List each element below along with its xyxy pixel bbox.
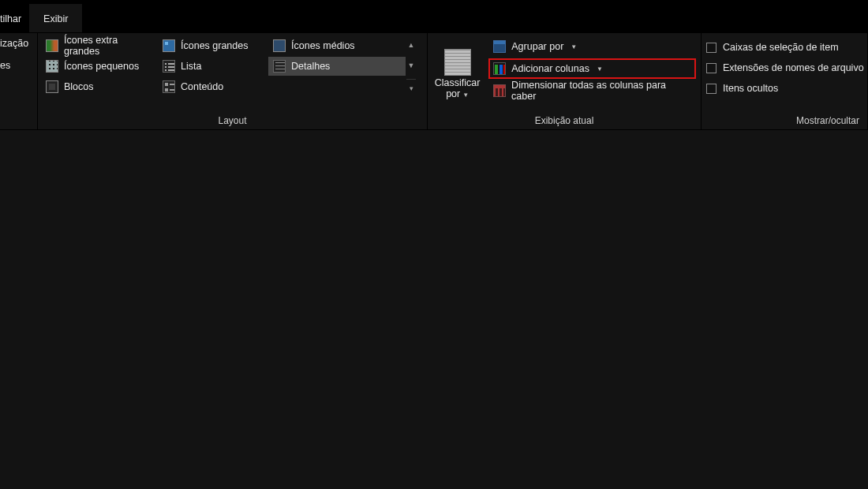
sort-by-label-1: Classificar <box>435 77 481 88</box>
view-tiles[interactable]: Blocos <box>41 77 158 96</box>
ribbon-tabstrip: tilhar Exibir <box>0 0 868 33</box>
extra-large-icons-icon <box>46 39 58 52</box>
tiles-icon <box>46 80 58 93</box>
sort-by-button[interactable]: Classificar por▼ <box>432 36 482 112</box>
chevron-down-icon: ▼ <box>597 65 603 73</box>
checkbox-file-extensions[interactable]: Extensões de nomes de arquivo <box>706 58 867 77</box>
checkbox-icon <box>706 63 716 73</box>
size-all-columns-button[interactable]: Dimensionar todas as colunas para caber <box>488 80 696 101</box>
view-details[interactable]: Detalhes <box>268 57 406 76</box>
details-icon <box>273 60 286 73</box>
small-icons-icon <box>46 60 58 73</box>
label: Detalhes <box>291 61 330 72</box>
label: Ícones extra grandes <box>64 35 153 57</box>
group-current-view: Classificar por▼ Agrupar por ▼ Adicionar… <box>428 33 702 129</box>
add-columns-button[interactable]: Adicionar colunas ▼ <box>488 58 696 79</box>
panes-fragment-2[interactable]: es <box>0 60 34 71</box>
view-medium-icons[interactable]: Ícones médios <box>268 36 406 55</box>
medium-icons-icon <box>273 39 286 52</box>
label: Ícones grandes <box>181 40 248 51</box>
tab-compartilhar-fragment[interactable]: tilhar <box>0 4 29 32</box>
list-icon <box>163 60 175 73</box>
label: Agrupar por <box>511 41 563 52</box>
checkbox-icon <box>706 43 716 53</box>
layout-gallery-scroll: ▲ ▼ ▾ <box>406 36 417 98</box>
view-large-icons[interactable]: Ícones grandes <box>158 36 268 55</box>
view-content[interactable]: Conteúdo <box>158 77 268 96</box>
content-area[interactable] <box>0 130 868 489</box>
add-columns-icon <box>493 62 506 75</box>
label: Itens ocultos <box>723 83 778 94</box>
content-icon <box>163 80 175 93</box>
chevron-down-icon: ▼ <box>571 43 577 50</box>
label: Dimensionar todas as colunas para caber <box>511 80 691 102</box>
group-layout-label: Layout <box>38 112 427 129</box>
group-show-hide: Caixas de seleção de item Extensões de n… <box>702 33 868 129</box>
group-layout: Ícones extra grandes Ícones grandes Ícon… <box>38 33 428 129</box>
label: Ícones médios <box>291 40 355 51</box>
label: Ícones pequenos <box>64 61 139 72</box>
group-panes: ização es <box>0 33 38 129</box>
group-current-view-label: Exibição atual <box>428 112 701 129</box>
checkbox-hidden-items[interactable]: Itens ocultos <box>706 79 867 98</box>
size-columns-icon <box>493 84 506 97</box>
sort-by-label-2: por <box>446 88 460 99</box>
label: Conteúdo <box>181 81 223 92</box>
label: Adicionar colunas <box>511 63 589 74</box>
group-by-button[interactable]: Agrupar por ▼ <box>488 36 696 57</box>
group-panes-label <box>0 112 37 129</box>
group-by-icon <box>493 40 506 53</box>
group-show-hide-label: Mostrar/ocultar <box>702 112 867 129</box>
view-extra-large-icons[interactable]: Ícones extra grandes <box>41 36 158 55</box>
layout-scroll-up[interactable]: ▲ <box>406 38 416 52</box>
large-icons-icon <box>163 39 175 52</box>
label: Blocos <box>64 81 94 92</box>
ribbon: ização es Ícones extra grandes Ícones gr… <box>0 33 868 130</box>
checkbox-item-checkboxes[interactable]: Caixas de seleção de item <box>706 38 867 57</box>
view-list[interactable]: Lista <box>158 57 268 76</box>
label: Extensões de nomes de arquivo <box>723 62 864 73</box>
panes-fragment-1[interactable]: ização <box>0 38 34 49</box>
label: Lista <box>181 61 201 72</box>
view-small-icons[interactable]: Ícones pequenos <box>41 57 158 76</box>
sort-icon <box>444 49 471 76</box>
layout-scroll-down[interactable]: ▼ <box>406 58 416 73</box>
checkbox-icon <box>706 84 716 94</box>
label: Caixas de seleção de item <box>723 42 839 53</box>
tab-exibir[interactable]: Exibir <box>29 4 82 32</box>
chevron-down-icon: ▼ <box>462 91 469 99</box>
layout-expand-gallery[interactable]: ▾ <box>406 79 416 96</box>
